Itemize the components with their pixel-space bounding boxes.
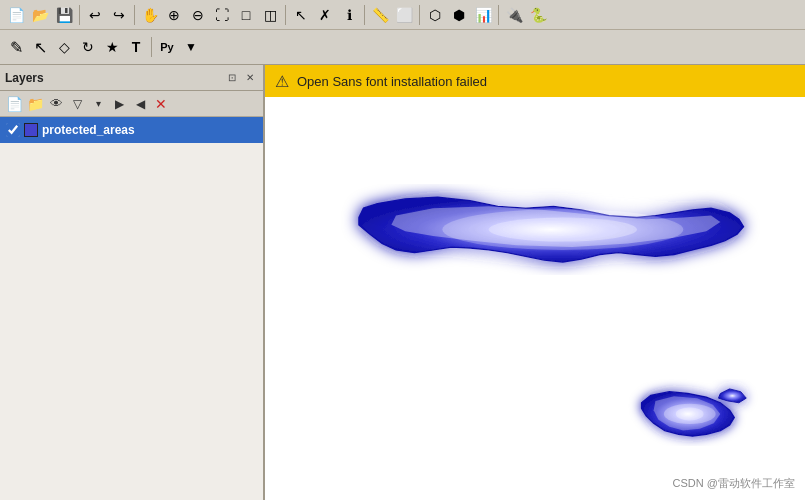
map-area[interactable]: ⚠ Open Sans font installation failed (265, 65, 805, 500)
collapse-layers-icon[interactable]: ◀ (130, 94, 150, 114)
warning-text: Open Sans font installation failed (297, 74, 487, 89)
identify-icon[interactable]: ℹ (338, 4, 360, 26)
layers-header-icons: ⊡ ✕ (224, 70, 258, 86)
layers-content: protected_areas (0, 117, 263, 500)
select-features-icon[interactable]: ↖ (290, 4, 312, 26)
add-delimited-icon[interactable]: 📊 (472, 4, 494, 26)
plugins-icon[interactable]: 🔌 (503, 4, 525, 26)
save-project-icon[interactable]: 💾 (53, 4, 75, 26)
watermark: CSDN @雷动软件工作室 (673, 476, 795, 491)
filter-layers-icon[interactable]: ▽ (67, 94, 87, 114)
layer-color-swatch (24, 123, 38, 137)
node-tool-icon[interactable]: ◇ (53, 36, 75, 58)
protected-area-shape-1 (359, 197, 744, 262)
dropdown-icon[interactable]: ▼ (180, 36, 202, 58)
separator4 (364, 5, 365, 25)
eye-icon[interactable]: 👁 (46, 94, 66, 114)
toolbar-row2: ✎ ↖ ◇ ↻ ★ T Py ▼ (0, 30, 805, 64)
star-tool-icon[interactable]: ★ (101, 36, 123, 58)
open-layer-icon[interactable]: 📄 (4, 94, 24, 114)
layers-toolbar: 📄 📁 👁 ▽ ▾ ▶ ◀ ✕ (0, 91, 263, 117)
svg-point-3 (676, 407, 704, 420)
zoom-layer-icon[interactable]: □ (235, 4, 257, 26)
layers-panel: Layers ⊡ ✕ 📄 📁 👁 ▽ ▾ ▶ ◀ ✕ protected_are… (0, 65, 265, 500)
zoom-full-icon[interactable]: ⛶ (211, 4, 233, 26)
map-svg (265, 97, 805, 500)
layer-item-protected-areas[interactable]: protected_areas (0, 117, 263, 143)
add-vector-icon[interactable]: ⬡ (424, 4, 446, 26)
zoom-in-icon[interactable]: ⊕ (163, 4, 185, 26)
python-console-icon[interactable]: 🐍 (527, 4, 549, 26)
open-project-icon[interactable]: 📂 (29, 4, 51, 26)
warning-banner: ⚠ Open Sans font installation failed (265, 65, 805, 97)
separator1 (79, 5, 80, 25)
digitize-icon[interactable]: ✎ (5, 36, 27, 58)
text-annotation-icon[interactable]: T (125, 36, 147, 58)
remove-layer-icon[interactable]: ✕ (151, 94, 171, 114)
separator2 (134, 5, 135, 25)
separator6 (498, 5, 499, 25)
separator5 (419, 5, 420, 25)
filter-dropdown-icon[interactable]: ▾ (88, 94, 108, 114)
layer-visibility-checkbox[interactable] (6, 123, 20, 137)
redo-icon[interactable]: ↪ (108, 4, 130, 26)
rotate-tool-icon[interactable]: ↻ (77, 36, 99, 58)
map-canvas[interactable] (265, 97, 805, 500)
main-layout: Layers ⊡ ✕ 📄 📁 👁 ▽ ▾ ▶ ◀ ✕ protected_are… (0, 65, 805, 500)
protected-area-shape-2 (642, 389, 747, 436)
measure-icon[interactable]: 📏 (369, 4, 391, 26)
add-raster-icon[interactable]: ⬢ (448, 4, 470, 26)
layers-header: Layers ⊡ ✕ (0, 65, 263, 91)
expand-layers-icon[interactable]: ▶ (109, 94, 129, 114)
dock-panel-icon[interactable]: ⊡ (224, 70, 240, 86)
measure-area-icon[interactable]: ⬜ (393, 4, 415, 26)
zoom-out-icon[interactable]: ⊖ (187, 4, 209, 26)
layer-name-label: protected_areas (42, 123, 135, 137)
toolbar-row1: 📄 📂 💾 ↩ ↪ ✋ ⊕ ⊖ ⛶ □ ◫ ↖ ✗ ℹ 📏 ⬜ ⬡ ⬢ 📊 🔌 … (0, 0, 805, 30)
zoom-selection-icon[interactable]: ◫ (259, 4, 281, 26)
python-plugins-icon[interactable]: Py (156, 36, 178, 58)
separator3 (285, 5, 286, 25)
svg-point-1 (489, 217, 637, 241)
warning-icon: ⚠ (275, 72, 289, 91)
separator7 (151, 37, 152, 57)
close-panel-icon[interactable]: ✕ (242, 70, 258, 86)
deselect-icon[interactable]: ✗ (314, 4, 336, 26)
pointer-tool-icon[interactable]: ↖ (29, 36, 51, 58)
pan-map-icon[interactable]: ✋ (139, 4, 161, 26)
add-group-icon[interactable]: 📁 (25, 94, 45, 114)
layers-title: Layers (5, 71, 44, 85)
new-project-icon[interactable]: 📄 (5, 4, 27, 26)
undo-icon[interactable]: ↩ (84, 4, 106, 26)
toolbar-container: 📄 📂 💾 ↩ ↪ ✋ ⊕ ⊖ ⛶ □ ◫ ↖ ✗ ℹ 📏 ⬜ ⬡ ⬢ 📊 🔌 … (0, 0, 805, 65)
